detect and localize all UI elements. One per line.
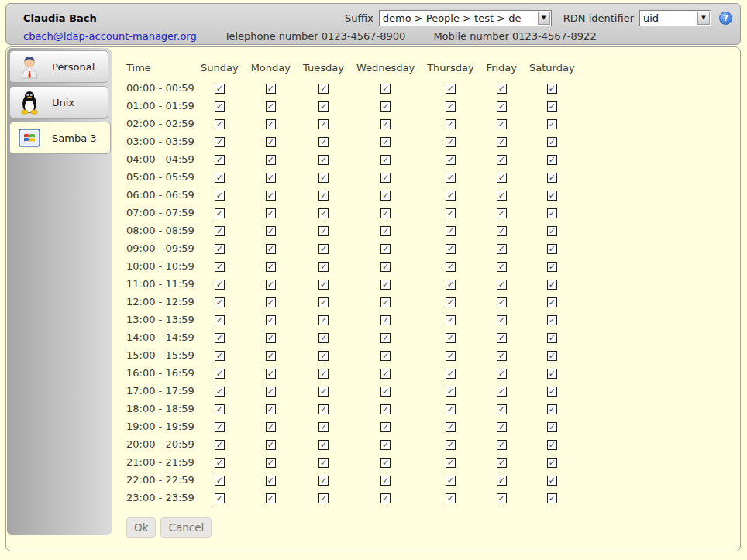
hour-checkbox[interactable] [547,422,557,432]
hour-checkbox[interactable] [215,387,225,397]
help-icon[interactable]: ? [719,12,732,25]
hour-checkbox[interactable] [380,440,391,450]
hour-checkbox[interactable] [318,101,329,112]
hour-checkbox[interactable] [547,280,557,290]
hour-checkbox[interactable] [215,333,225,343]
hour-checkbox[interactable] [547,137,557,147]
hour-checkbox[interactable] [380,208,391,218]
hour-checkbox[interactable] [497,280,507,290]
hour-checkbox[interactable] [446,422,456,432]
hour-checkbox[interactable] [547,315,557,325]
hour-checkbox[interactable] [215,422,225,432]
hour-checkbox[interactable] [318,422,329,432]
hour-checkbox[interactable] [446,137,456,147]
hour-checkbox[interactable] [380,84,391,94]
hour-checkbox[interactable] [215,280,225,290]
hour-checkbox[interactable] [547,191,557,201]
hour-checkbox[interactable] [318,297,329,307]
hour-checkbox[interactable] [380,458,391,468]
hour-checkbox[interactable] [446,297,456,307]
hour-checkbox[interactable] [547,404,557,414]
hour-checkbox[interactable] [266,315,276,325]
hour-checkbox[interactable] [446,333,456,343]
hour-checkbox[interactable] [497,191,507,201]
hour-checkbox[interactable] [318,84,329,94]
hour-checkbox[interactable] [215,476,225,486]
hour-checkbox[interactable] [266,387,276,397]
hour-checkbox[interactable] [497,137,507,147]
hour-checkbox[interactable] [446,84,456,94]
rdn-identifier-select[interactable]: uid ▼ [639,10,711,26]
hour-checkbox[interactable] [446,476,456,486]
hour-checkbox[interactable] [380,101,391,112]
ok-button[interactable]: Ok [126,517,156,538]
hour-checkbox[interactable] [380,262,391,272]
hour-checkbox[interactable] [215,155,225,165]
hour-checkbox[interactable] [215,84,225,94]
hour-checkbox[interactable] [318,155,329,165]
hour-checkbox[interactable] [497,173,507,183]
hour-checkbox[interactable] [215,191,225,201]
hour-checkbox[interactable] [266,173,276,183]
hour-checkbox[interactable] [318,404,329,414]
hour-checkbox[interactable] [547,262,557,272]
hour-checkbox[interactable] [497,244,507,254]
hour-checkbox[interactable] [446,262,456,272]
hour-checkbox[interactable] [446,440,456,450]
hour-checkbox[interactable] [380,191,391,201]
hour-checkbox[interactable] [446,404,456,414]
hour-checkbox[interactable] [497,155,507,165]
hour-checkbox[interactable] [215,369,225,379]
hour-checkbox[interactable] [497,404,507,414]
hour-checkbox[interactable] [547,208,557,218]
hour-checkbox[interactable] [380,137,391,147]
hour-checkbox[interactable] [266,422,276,432]
hour-checkbox[interactable] [446,315,456,325]
hour-checkbox[interactable] [266,493,276,503]
hour-checkbox[interactable] [215,493,225,503]
hour-checkbox[interactable] [266,297,276,307]
hour-checkbox[interactable] [318,280,329,290]
hour-checkbox[interactable] [446,155,456,165]
hour-checkbox[interactable] [446,387,456,397]
tab-samba3[interactable]: Samba 3 [9,122,111,154]
hour-checkbox[interactable] [318,315,329,325]
hour-checkbox[interactable] [266,244,276,254]
hour-checkbox[interactable] [266,333,276,343]
hour-checkbox[interactable] [380,244,391,254]
hour-checkbox[interactable] [547,351,557,361]
hour-checkbox[interactable] [446,458,456,468]
hour-checkbox[interactable] [318,137,329,147]
hour-checkbox[interactable] [446,226,456,236]
hour-checkbox[interactable] [446,191,456,201]
hour-checkbox[interactable] [380,404,391,414]
hour-checkbox[interactable] [266,101,276,112]
hour-checkbox[interactable] [318,191,329,201]
hour-checkbox[interactable] [215,458,225,468]
hour-checkbox[interactable] [497,315,507,325]
tab-personal[interactable]: Personal [9,50,108,83]
hour-checkbox[interactable] [380,155,391,165]
hour-checkbox[interactable] [215,173,225,183]
hour-checkbox[interactable] [266,404,276,414]
hour-checkbox[interactable] [547,297,557,307]
cancel-button[interactable]: Cancel [160,517,212,538]
hour-checkbox[interactable] [215,101,225,112]
hour-checkbox[interactable] [266,119,276,129]
hour-checkbox[interactable] [547,440,557,450]
hour-checkbox[interactable] [380,369,391,379]
hour-checkbox[interactable] [497,226,507,236]
hour-checkbox[interactable] [497,440,507,450]
hour-checkbox[interactable] [318,208,329,218]
hour-checkbox[interactable] [215,226,225,236]
hour-checkbox[interactable] [380,280,391,290]
hour-checkbox[interactable] [318,333,329,343]
hour-checkbox[interactable] [497,208,507,218]
hour-checkbox[interactable] [497,333,507,343]
hour-checkbox[interactable] [547,155,557,165]
hour-checkbox[interactable] [266,280,276,290]
hour-checkbox[interactable] [215,119,225,129]
hour-checkbox[interactable] [497,476,507,486]
hour-checkbox[interactable] [318,369,329,379]
hour-checkbox[interactable] [497,297,507,307]
